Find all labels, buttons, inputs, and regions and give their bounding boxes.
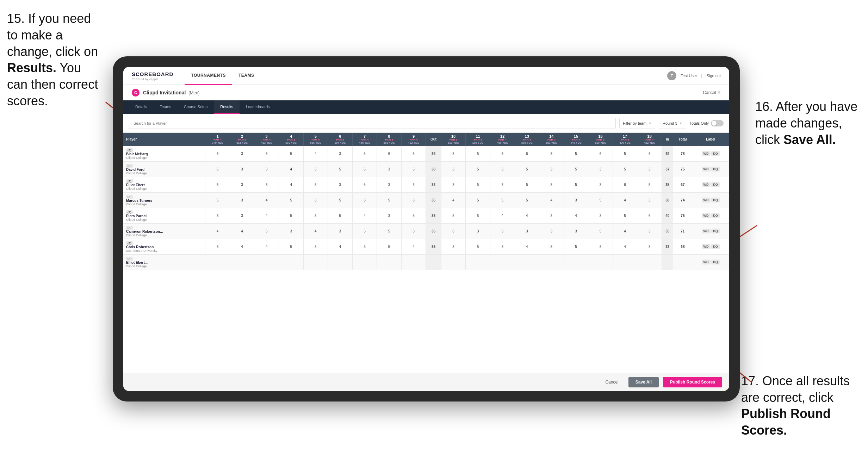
score-hole-5[interactable]	[303, 254, 328, 270]
score-hole-18[interactable]	[637, 254, 662, 270]
wd-button[interactable]: WD	[702, 198, 711, 203]
wd-button[interactable]: WD	[702, 213, 711, 218]
save-all-button[interactable]: Save All	[628, 377, 659, 387]
score-hole-2[interactable]: 3	[230, 146, 254, 162]
dq-button[interactable]: DQ	[711, 244, 720, 249]
score-hole-7[interactable]: 5	[352, 177, 377, 192]
score-hole-7[interactable]: 3	[352, 239, 377, 254]
score-hole-3[interactable]: 4	[254, 239, 279, 254]
score-hole-11[interactable]: 5	[466, 239, 490, 254]
score-hole-7[interactable]: 5	[352, 146, 377, 162]
score-hole-13[interactable]: 5	[515, 192, 539, 208]
toggle-switch[interactable]	[711, 120, 724, 126]
score-hole-10[interactable]: 3	[441, 146, 466, 162]
score-hole-5[interactable]: 4	[303, 223, 328, 239]
score-hole-9[interactable]: 5	[401, 208, 426, 223]
score-hole-11[interactable]: 5	[466, 161, 490, 177]
score-hole-14[interactable]	[539, 254, 564, 270]
wd-button[interactable]: WD	[702, 167, 711, 172]
score-hole-5[interactable]: 3	[303, 208, 328, 223]
score-hole-2[interactable]: 4	[230, 223, 254, 239]
score-hole-8[interactable]: 5	[377, 223, 402, 239]
score-hole-2[interactable]: 3	[230, 161, 254, 177]
score-hole-15[interactable]: 5	[564, 146, 588, 162]
score-hole-5[interactable]: 3	[303, 192, 328, 208]
totals-only-toggle[interactable]: Totals Only	[690, 120, 724, 126]
score-hole-12[interactable]	[490, 254, 515, 270]
player-search-input[interactable]	[129, 118, 616, 129]
score-hole-15[interactable]: 3	[564, 192, 588, 208]
score-hole-9[interactable]: 3	[401, 192, 426, 208]
dq-button[interactable]: DQ	[711, 198, 720, 203]
score-hole-16[interactable]: 6	[588, 146, 613, 162]
score-hole-16[interactable]: 3	[588, 208, 613, 223]
score-hole-9[interactable]: 3	[401, 177, 426, 192]
score-hole-17[interactable]: 5	[613, 161, 637, 177]
score-hole-10[interactable]: 6	[441, 223, 466, 239]
score-hole-8[interactable]: 3	[377, 177, 402, 192]
score-hole-1[interactable]: 3	[205, 239, 230, 254]
score-hole-14[interactable]: 3	[539, 146, 564, 162]
score-hole-3[interactable]	[254, 254, 279, 270]
score-hole-3[interactable]: 5	[254, 146, 279, 162]
wd-button[interactable]: WD	[702, 260, 711, 264]
score-hole-13[interactable]: 3	[515, 223, 539, 239]
score-hole-8[interactable]: 5	[377, 239, 402, 254]
score-hole-13[interactable]: 6	[515, 146, 539, 162]
score-hole-12[interactable]: 3	[490, 161, 515, 177]
score-hole-2[interactable]: 3	[230, 208, 254, 223]
score-hole-11[interactable]	[466, 254, 490, 270]
score-hole-18[interactable]: 3	[637, 161, 662, 177]
score-hole-1[interactable]: 3	[205, 146, 230, 162]
score-hole-9[interactable]: 5	[401, 146, 426, 162]
score-hole-10[interactable]: 3	[441, 177, 466, 192]
score-hole-18[interactable]: 3	[637, 223, 662, 239]
score-hole-13[interactable]: 4	[515, 208, 539, 223]
score-hole-14[interactable]: 4	[539, 192, 564, 208]
score-hole-6[interactable]: 3	[328, 223, 353, 239]
score-hole-8[interactable]: 6	[377, 146, 402, 162]
score-hole-1[interactable]: 6	[205, 161, 230, 177]
score-hole-15[interactable]: 5	[564, 239, 588, 254]
score-hole-18[interactable]: 5	[637, 177, 662, 192]
score-hole-4[interactable]: 4	[279, 161, 303, 177]
nav-tournaments[interactable]: TOURNAMENTS	[185, 67, 232, 85]
score-hole-10[interactable]: 3	[441, 161, 466, 177]
score-hole-4[interactable]: 5	[279, 239, 303, 254]
score-hole-10[interactable]: 3	[441, 239, 466, 254]
score-hole-7[interactable]	[352, 254, 377, 270]
score-hole-4[interactable]: 5	[279, 208, 303, 223]
score-hole-17[interactable]	[613, 254, 637, 270]
tab-course-setup[interactable]: Course Setup	[178, 100, 214, 114]
score-hole-5[interactable]: 3	[303, 161, 328, 177]
score-hole-16[interactable]: 3	[588, 161, 613, 177]
round-dropdown[interactable]: Round 3 ▼	[659, 118, 686, 129]
wd-button[interactable]: WD	[702, 151, 711, 156]
score-hole-14[interactable]: 3	[539, 223, 564, 239]
score-hole-14[interactable]: 3	[539, 177, 564, 192]
score-hole-6[interactable]: 3	[328, 177, 353, 192]
score-hole-8[interactable]	[377, 254, 402, 270]
score-hole-15[interactable]: 5	[564, 177, 588, 192]
score-hole-2[interactable]: 3	[230, 192, 254, 208]
score-hole-11[interactable]: 3	[466, 223, 490, 239]
score-hole-18[interactable]: 6	[637, 208, 662, 223]
score-hole-12[interactable]: 3	[490, 146, 515, 162]
score-hole-5[interactable]: 3	[303, 239, 328, 254]
score-hole-5[interactable]: 4	[303, 146, 328, 162]
score-hole-13[interactable]: 5	[515, 161, 539, 177]
score-hole-6[interactable]: 5	[328, 161, 353, 177]
publish-round-scores-button[interactable]: Publish Round Scores	[663, 377, 722, 387]
score-hole-15[interactable]: 5	[564, 161, 588, 177]
score-hole-6[interactable]	[328, 254, 353, 270]
tab-teams[interactable]: Teams	[154, 100, 178, 114]
score-hole-15[interactable]: 4	[564, 208, 588, 223]
score-hole-3[interactable]: 5	[254, 223, 279, 239]
score-hole-8[interactable]: 3	[377, 208, 402, 223]
dq-button[interactable]: DQ	[711, 167, 720, 172]
score-hole-16[interactable]: 5	[588, 192, 613, 208]
score-hole-11[interactable]: 5	[466, 208, 490, 223]
score-hole-4[interactable]: 4	[279, 177, 303, 192]
score-hole-9[interactable]: 4	[401, 239, 426, 254]
score-hole-17[interactable]: 4	[613, 192, 637, 208]
